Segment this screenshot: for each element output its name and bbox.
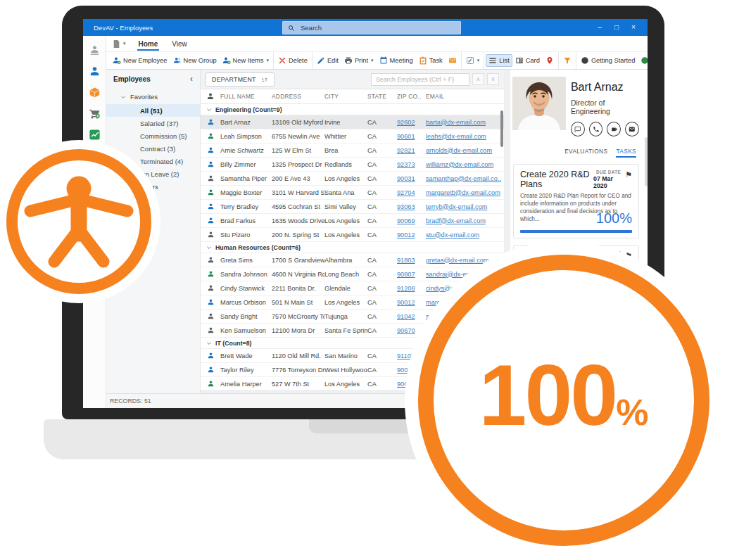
module-products[interactable] [89, 87, 101, 98]
column-header-city[interactable]: CITY [324, 93, 367, 100]
task-card[interactable]: Create 2020 R&D Plans⚑DUE DATE07 Mar 202… [513, 164, 639, 238]
getting-started-button[interactable]: Getting Started [578, 54, 638, 67]
global-search-input[interactable] [299, 23, 455, 32]
groupby-department-chip[interactable]: DEPARTMENT [206, 72, 274, 87]
cell-zip-link[interactable]: 92821 [397, 147, 426, 154]
card-button[interactable]: Card [512, 54, 543, 67]
funnel-button[interactable] [560, 54, 574, 67]
print-button[interactable]: Print▾ [341, 54, 377, 67]
module-analytics[interactable] [89, 129, 101, 141]
employee-icon-cell [201, 160, 220, 168]
cell-zip-link[interactable]: 90601 [397, 133, 426, 140]
employee-icon-cell [201, 326, 220, 334]
cell-zip-link[interactable]: 92704 [397, 189, 426, 196]
edit-button[interactable]: Edit [314, 54, 341, 67]
cell-email-link[interactable]: arnolds@dx-email.com [426, 147, 504, 154]
cell-email-link[interactable]: terryb@dx-email.com [426, 203, 504, 210]
column-header-zip-co[interactable]: ZIP CO.. [397, 93, 426, 100]
new-items-button[interactable]: New Items▾ [220, 54, 272, 67]
employee-photo [512, 77, 566, 130]
cell-zip-link[interactable]: 90012 [397, 231, 426, 238]
grid-search-input[interactable] [371, 73, 469, 86]
cell-address: 1325 Prospect Dr [272, 161, 324, 168]
column-header-email[interactable]: EMAIL [426, 93, 504, 100]
module-employees[interactable] [89, 65, 101, 77]
cell-city: West Hollywood [324, 367, 367, 374]
employee-row[interactable]: Terry Bradley4595 Cochran StSimi ValleyC… [201, 200, 504, 214]
search-next-button[interactable]: ∨ [487, 73, 499, 85]
group-row-engineering-count-9[interactable]: Engineering (Count=9) [201, 104, 504, 115]
cell-address: 7776 Torreyson Dr [272, 367, 324, 374]
cell-email-link[interactable]: margaretb@dx-email.com [426, 189, 504, 196]
global-search[interactable] [282, 21, 461, 34]
chat-button[interactable] [571, 122, 585, 136]
person-add-icon [113, 56, 121, 65]
cell-full-name: Samantha Piper [220, 175, 272, 182]
cell-zip-link[interactable]: 92373 [397, 161, 426, 168]
cell-zip-link[interactable]: 90031 [397, 175, 426, 182]
cell-zip-link[interactable]: 93063 [397, 203, 426, 210]
employee-row[interactable]: Maggie Boxter3101 W Harvard StSanta AnaC… [201, 186, 504, 200]
person-add-icon [222, 56, 231, 65]
nav-item-all-51[interactable]: All (51) [106, 104, 200, 117]
employee-name: Bart Arnaz [571, 77, 639, 94]
cell-zip-link[interactable]: 92602 [397, 119, 426, 126]
video-button[interactable] [607, 122, 621, 136]
people-add-icon [173, 56, 182, 65]
nav-panel-title: Employees [113, 75, 151, 83]
employee-row[interactable]: Billy Zimmer1325 Prospect DrRedlandsCA92… [201, 158, 504, 172]
employee-row[interactable]: Arnie Schwartz125 W Elm StBreaCA92821arn… [201, 144, 504, 158]
cell-state: CA [367, 231, 397, 238]
nav-item-salaried-37[interactable]: Salaried (37) [106, 117, 200, 129]
new-group-button[interactable]: New Group [170, 54, 220, 67]
cell-email-link[interactable]: stu@dx-email.com [426, 231, 504, 238]
cell-state: CA [367, 189, 397, 196]
list-button[interactable]: List [486, 54, 512, 67]
tab-home[interactable]: Home [137, 38, 160, 50]
collapse-panel-button[interactable]: ‹ [190, 74, 193, 84]
delete-button[interactable]: Delete [275, 54, 310, 67]
employee-icon-cell [201, 256, 220, 264]
ribbon-toolbar: New EmployeeNew GroupNew Items▾DeleteEdi… [106, 51, 648, 70]
employee-row[interactable]: Bart Arnaz13109 Old Myford RdIrvineCA926… [201, 115, 504, 129]
detail-tabs: EVALUATIONSTASKS [513, 148, 639, 158]
tab-view[interactable]: View [170, 38, 189, 50]
grid-vertical-scrollbar[interactable] [500, 110, 503, 147]
mail-button[interactable] [625, 122, 639, 136]
pencilbox-button[interactable]: ▾ [463, 54, 483, 67]
employee-row[interactable]: Stu Pizaro200 N. Spring StLos AngelesCA9… [201, 228, 504, 242]
mailfwd-button[interactable] [446, 54, 460, 67]
cell-email-link[interactable]: williamz@dx-email.com [426, 161, 504, 168]
tab-evaluations[interactable]: EVALUATIONS [564, 148, 607, 158]
column-header-full-name[interactable]: FULL NAME [220, 93, 272, 100]
new-employee-button[interactable]: New Employee [110, 54, 170, 67]
employee-row[interactable]: Brad Farkus1635 Woods DriveLos AngelesCA… [201, 214, 504, 228]
cell-address: 7570 McGroarty Ter [272, 313, 324, 320]
cell-full-name: Leah Simpson [220, 133, 272, 140]
module-team[interactable] [89, 44, 101, 56]
minimize-button[interactable]: – [591, 19, 608, 36]
meeting-button[interactable]: Meeting [377, 54, 416, 67]
nav-section-favorites[interactable]: Favorites [106, 88, 200, 104]
cell-zip-link[interactable]: 90069 [397, 217, 426, 224]
person-icon [207, 174, 215, 182]
cell-email-link[interactable]: leahs@dx-email.com [426, 133, 504, 140]
column-header-state[interactable]: STATE [367, 93, 397, 100]
close-button[interactable]: × [625, 19, 642, 36]
employee-row[interactable]: Samantha Piper200 E Ave 43Los AngelesCA9… [201, 172, 504, 186]
phone-button[interactable] [589, 122, 603, 136]
tab-tasks[interactable]: TASKS [616, 148, 636, 158]
support-button[interactable]: Support [638, 54, 648, 67]
cell-email-link[interactable]: samanthap@dx-email.co.. [426, 175, 504, 182]
employee-row[interactable]: Leah Simpson6755 Newlin AveWhittierCA906… [201, 129, 504, 144]
search-prev-button[interactable]: ∧ [472, 73, 484, 85]
module-sales[interactable] [89, 108, 101, 120]
maximize-button[interactable]: □ [608, 19, 625, 36]
pin-button[interactable] [543, 54, 557, 67]
detail-scrollbar[interactable] [645, 137, 648, 186]
application-button[interactable]: ▾ [112, 39, 126, 49]
cell-email-link[interactable]: bradf@dx-email.com [426, 217, 504, 224]
column-header-address[interactable]: ADDRESS [272, 93, 324, 100]
cell-email-link[interactable]: barta@dx-email.com [426, 119, 504, 126]
task-button[interactable]: Task [416, 54, 446, 67]
